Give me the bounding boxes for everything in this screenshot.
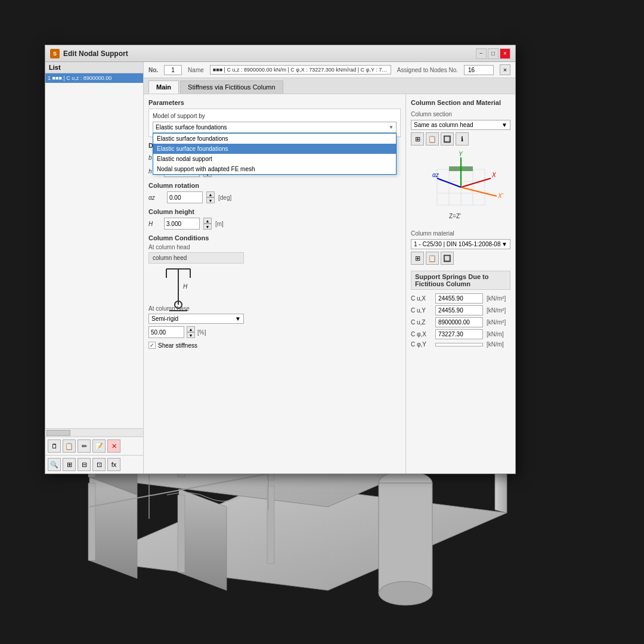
- dropdown-option-1[interactable]: Elastic surface foundations: [153, 134, 396, 144]
- toolbar-btn-delete[interactable]: ✕: [107, 439, 120, 453]
- col-height-input[interactable]: 3.000: [164, 218, 200, 230]
- col-material-select[interactable]: 1 - C25/30 | DIN 1045-1:2008-08 ▼: [411, 239, 510, 249]
- dropdown-select[interactable]: Elastic surface foundations ▼: [153, 122, 397, 133]
- shear-stiffness-label: Shear stiffness: [158, 342, 197, 349]
- spring-cuz-value[interactable]: 8900000.00: [435, 317, 483, 327]
- toolbar-btn-1[interactable]: 🗒: [48, 439, 61, 453]
- list-header: List: [45, 62, 143, 73]
- bottom-btn-3[interactable]: ⊟: [78, 458, 91, 471]
- list-panel: List 1 ■■■ | C u,z : 8900000.00 🗒 📋 ✏ 📝 …: [45, 62, 144, 473]
- svg-text:Y: Y: [459, 151, 463, 157]
- spring-cuz-label: C u,Z: [411, 319, 432, 326]
- col-height-down[interactable]: ▼: [203, 224, 212, 230]
- col-head-value: column heed: [148, 252, 244, 264]
- app-icon: S: [50, 49, 60, 58]
- col-rotation-down[interactable]: ▼: [206, 197, 215, 203]
- close-field-btn[interactable]: ×: [500, 64, 510, 75]
- name-field[interactable]: ■■■ | C u,z : 8900000.00 kN/m | C φ,X : …: [210, 65, 391, 75]
- conditions-text: At column head column heed: [148, 244, 401, 349]
- col-section-value: Same as column head: [414, 122, 473, 128]
- spring-cpy-label: C φ,Y: [411, 341, 432, 348]
- col-material-icon-btn-2[interactable]: 📋: [426, 252, 439, 265]
- col-section-icon-btn-4[interactable]: ℹ: [456, 132, 469, 145]
- col-section-icon-btn-3[interactable]: 🔲: [441, 132, 454, 145]
- close-button[interactable]: ×: [500, 48, 510, 59]
- column-diagram-spacer: H: [148, 264, 401, 305]
- svg-text:X: X: [491, 172, 496, 178]
- dropdown-option-3[interactable]: Elastic nodal support: [153, 154, 396, 164]
- spring-cuy-value[interactable]: 24455.90: [435, 305, 483, 315]
- assigned-value[interactable]: 16: [464, 65, 494, 75]
- tabs-row: Main Stiffness via Fictitious Column: [144, 78, 515, 94]
- dropdown-option-2[interactable]: Elastic surface foundations: [153, 144, 396, 154]
- percent-spinners[interactable]: ▲ ▼: [187, 326, 195, 338]
- tab-stiffness[interactable]: Stiffness via Fictitious Column: [180, 80, 283, 94]
- h-scrollbar[interactable]: [45, 428, 143, 436]
- tab-main[interactable]: Main: [148, 80, 179, 94]
- spring-cuy-row: C u,Y 24455.90 [kN/m²]: [411, 305, 510, 315]
- bottom-btn-5[interactable]: fx: [107, 458, 120, 471]
- col-conditions-section: Column Conditions At column head column …: [148, 234, 401, 349]
- window-body: List 1 ■■■ | C u,z : 8900000.00 🗒 📋 ✏ 📝 …: [45, 62, 515, 473]
- spring-cpx-value[interactable]: 73227.30: [435, 329, 483, 339]
- spring-cux-value[interactable]: 24455.90: [435, 293, 483, 304]
- svg-text:X': X': [497, 193, 504, 199]
- col-rotation-up[interactable]: ▲: [206, 191, 215, 197]
- svg-line-46: [461, 178, 491, 187]
- col-section-arrow-icon: ▼: [501, 122, 507, 128]
- spring-cpy-value[interactable]: [435, 343, 483, 346]
- spring-cuz-row: C u,Z 8900000.00 [kN/m²]: [411, 317, 510, 327]
- coord-diagram: X Y X' αz Z=Z': [411, 151, 510, 224]
- percent-input[interactable]: 50.00: [148, 326, 184, 338]
- title-bar: S Edit Nodal Support − □ ×: [45, 45, 515, 62]
- name-bar: No. 1 Name ■■■ | C u,z : 8900000.00 kN/m…: [144, 62, 515, 78]
- svg-rect-23: [379, 483, 432, 593]
- col-height-spinners[interactable]: ▲ ▼: [203, 218, 212, 230]
- bottom-toolbar: 🔍 ⊞ ⊟ ⊡ fx: [45, 455, 143, 473]
- col-section-select[interactable]: Same as column head ▼: [411, 120, 510, 130]
- name-label: Name: [188, 67, 204, 73]
- spring-cpy-row: C φ,Y [kN/m]: [411, 341, 510, 348]
- dropdown-option-4[interactable]: Nodal support with adapted FE mesh: [153, 164, 396, 174]
- col-conditions-label: Column Conditions: [148, 234, 401, 242]
- bottom-btn-1[interactable]: 🔍: [48, 458, 61, 471]
- list-toolbar: 🗒 📋 ✏ 📝 ✕: [45, 436, 143, 455]
- svg-line-48: [461, 187, 497, 196]
- svg-point-24: [379, 581, 432, 605]
- col-rotation-spinners[interactable]: ▲ ▼: [206, 191, 215, 203]
- shear-stiffness-checkbox[interactable]: ✓: [148, 342, 156, 349]
- toolbar-btn-2[interactable]: 📋: [63, 439, 76, 453]
- col-height-label: Column height: [148, 208, 401, 215]
- toolbar-btn-3[interactable]: ✏: [78, 439, 91, 453]
- dropdown-current-value: Elastic surface foundations: [156, 124, 227, 131]
- semi-rigid-select[interactable]: Semi-rigid ▼: [148, 314, 244, 324]
- col-rotation-input[interactable]: 0.00: [167, 191, 203, 203]
- spring-cpx-unit: [kN/m]: [487, 331, 504, 338]
- at-col-head-label: At column head: [148, 244, 401, 250]
- col-material-value: 1 - C25/30 | DIN 1045-1:2008-08: [414, 241, 500, 247]
- col-material-icon-btn-3[interactable]: 🔲: [441, 252, 454, 265]
- main-panel: No. 1 Name ■■■ | C u,z : 8900000.00 kN/m…: [144, 62, 515, 473]
- col-height-up[interactable]: ▲: [203, 218, 212, 224]
- col-height-section: Column height H 3.000 ▲ ▼ [m]: [148, 208, 401, 230]
- model-support-dropdown[interactable]: Elastic surface foundations ▼ Elastic su…: [153, 122, 397, 133]
- percent-up[interactable]: ▲: [187, 326, 195, 332]
- dropdown-arrow-icon: ▼: [389, 125, 394, 130]
- shear-stiffness-row: ✓ Shear stiffness: [148, 342, 401, 349]
- spring-cpx-row: C φ,X 73227.30 [kN/m]: [411, 329, 510, 339]
- maximize-button[interactable]: □: [488, 48, 499, 59]
- col-material-icon-btn-1[interactable]: ⊞: [411, 252, 424, 265]
- dialog-title: Edit Nodal Support: [63, 49, 472, 58]
- list-item[interactable]: 1 ■■■ | C u,z : 8900000.00: [45, 73, 143, 83]
- minimize-button[interactable]: −: [476, 48, 487, 59]
- bottom-btn-2[interactable]: ⊞: [63, 458, 76, 471]
- toolbar-btn-4[interactable]: 📝: [92, 439, 106, 453]
- col-section-icon-btn-2[interactable]: 📋: [426, 132, 439, 145]
- bottom-btn-4[interactable]: ⊡: [92, 458, 106, 471]
- parameters-label: Parameters: [148, 99, 401, 106]
- percent-down[interactable]: ▼: [187, 332, 195, 338]
- col-section-icon-btn-1[interactable]: ⊞: [411, 132, 424, 145]
- col-height-param: H: [148, 221, 160, 227]
- svg-marker-5: [179, 489, 227, 590]
- no-value[interactable]: 1: [164, 65, 182, 75]
